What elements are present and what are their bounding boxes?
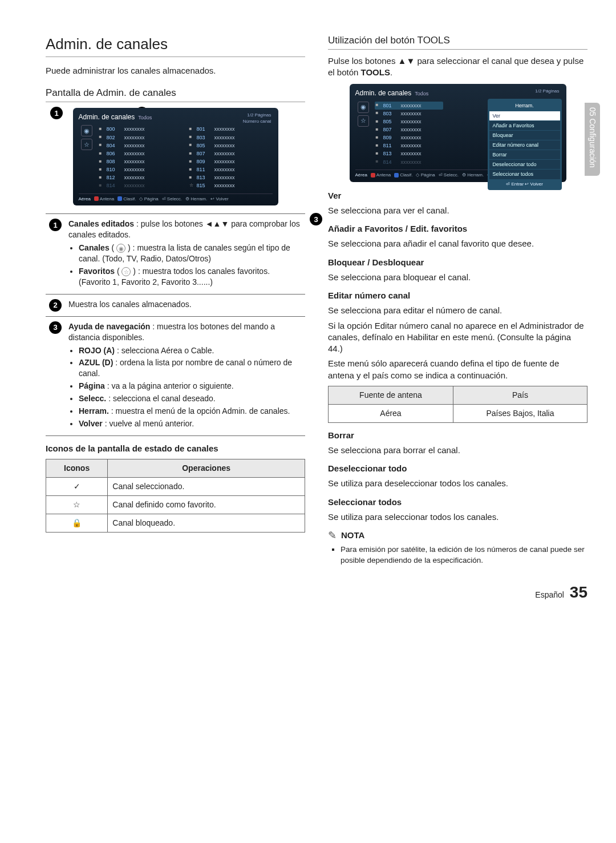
desc3-li6-text: : vuelve al menú anterior. xyxy=(103,419,194,428)
tools-panel-footer: ⏎ Entrar ↩ Volver xyxy=(488,180,562,188)
sec-bor-h: Borrar xyxy=(328,430,587,441)
tv2-title: Admin. de canales xyxy=(355,88,412,98)
channels-icon: ◉ xyxy=(81,125,92,136)
sec-edit-h: Editar número canal xyxy=(328,290,587,301)
icons-r1: Canal seleccionado. xyxy=(108,477,305,495)
tv1-meta2: Número canal xyxy=(243,119,271,125)
favorites-icon: ☆ xyxy=(81,139,92,150)
desc-badge-3: 3 xyxy=(49,321,62,334)
icons-table: Iconos Operaciones ✓Canal seleccionado. … xyxy=(46,459,305,533)
tools-panel: Herram. VerAñadir a FavoritosBloquearEdi… xyxy=(488,99,562,190)
channels-inline-icon: ◉ xyxy=(116,244,125,253)
tools-menu-item: Seleccionar todos xyxy=(489,170,560,179)
tv2-herram: Herram. xyxy=(467,172,484,178)
tv1-aerea: Aérea xyxy=(79,196,91,203)
tools-panel-title: Herram. xyxy=(488,101,562,110)
tools-menu-item: Añadir a Favoritos xyxy=(489,121,560,130)
tools-menu-item: Editar número canal xyxy=(489,140,560,150)
left-column: Admin. de canales Puede administrar los … xyxy=(46,34,305,568)
desc3-li4-title: Selecc. xyxy=(79,394,106,403)
desc3-li2-title: AZUL (D) xyxy=(79,358,113,367)
tv2-antena: Antena xyxy=(376,172,391,178)
sec-sel-h: Seleccionar todos xyxy=(328,497,587,508)
tools-menu-item: Ver xyxy=(489,111,560,120)
lock-icon: 🔒 xyxy=(46,514,108,532)
channel-row: ■801xxxxxxxx xyxy=(188,125,273,133)
desc3-li3-text: : va a la página anterior o siguiente. xyxy=(105,381,234,390)
desc3-title: Ayuda de navegación xyxy=(68,322,150,331)
callout-3: 3 xyxy=(310,213,322,225)
channel-row: ■800xxxxxxxx xyxy=(98,125,183,133)
tv1-pagina: Página xyxy=(144,196,159,201)
channel-row: ■814xxxxxxxx xyxy=(98,181,183,189)
channel-row: ■804xxxxxxxx xyxy=(98,142,183,150)
favorites-inline-icon: ☆ xyxy=(121,267,131,276)
note-icon: ✎ xyxy=(328,529,337,542)
desc-badge-2: 2 xyxy=(49,299,62,312)
icons-th1: Iconos xyxy=(46,459,108,478)
desc2-text: Muestra los canales almacenados. xyxy=(65,294,305,316)
tools-intro: Pulse los botones ▲▼ para seleccionar el… xyxy=(328,55,587,79)
tv-screenshot-2: Admin. de canales Todos 1/2 Páginas ◉ ☆ … xyxy=(350,84,566,181)
channel-row: ■807xxxxxxxx xyxy=(375,126,443,134)
favorites-icon: ☆ xyxy=(358,115,369,127)
page-title: Admin. de canales xyxy=(46,34,305,57)
desc1-li1-title: Canales xyxy=(79,243,110,252)
ctry-c2: Países Bajos, Italia xyxy=(453,404,587,422)
check-icon: ✓ xyxy=(46,477,108,495)
right-column: Utilización del botón TOOLS Pulse los bo… xyxy=(328,34,587,568)
ctry-h2: País xyxy=(453,386,587,404)
channel-row: ■813xxxxxxxx xyxy=(188,174,273,181)
desc1-title: Canales editados xyxy=(68,219,134,228)
channel-row: ■802xxxxxxxx xyxy=(98,134,183,142)
sec-fav-h: Añadir a Favoritos / Edit. favoritos xyxy=(328,223,587,235)
tv2-selecc: Selecc. xyxy=(444,172,459,178)
tv-screenshot-1: Admin. de canales Todos 1/2 Páginas Núme… xyxy=(73,108,278,205)
sec-bor-t: Se selecciona para borrar el canal. xyxy=(328,445,587,456)
tv1-subtitle: Todos xyxy=(138,114,152,121)
channel-row: ■805xxxxxxxx xyxy=(188,142,273,150)
subheading-tools: Utilización del botón TOOLS xyxy=(328,34,587,50)
channels-icon: ◉ xyxy=(358,102,369,113)
nota-item: Para emisión por satélite, la edición de… xyxy=(341,544,587,565)
footer-page: 35 xyxy=(570,583,587,601)
tools-menu-item: Borrar xyxy=(489,150,560,159)
desc1-li2-title: Favoritos xyxy=(79,267,115,276)
desc3-li4-text: : selecciona el canal deseado. xyxy=(106,394,215,403)
channel-row: ■811xxxxxxxx xyxy=(188,166,273,174)
tv2-aerea: Aérea xyxy=(355,172,367,179)
tv2-pagina: Página xyxy=(421,172,435,178)
channel-row: ■812xxxxxxxx xyxy=(98,174,183,181)
desc3-li5-title: Herram. xyxy=(79,406,109,416)
desc3-li6-title: Volver xyxy=(79,419,103,428)
icons-r2: Canal definido como favorito. xyxy=(108,495,305,514)
channel-row: ■806xxxxxxxx xyxy=(98,150,183,158)
subheading-pantalla: Pantalla de Admin. de canales xyxy=(46,87,305,102)
tv1-title: Admin. de canales xyxy=(79,112,135,122)
sec-fav-t: Se selecciona para añadir el canal favor… xyxy=(328,238,587,249)
nota-label: NOTA xyxy=(341,530,364,541)
tv2-meta1: 1/2 Páginas xyxy=(535,88,559,95)
sec-des-t: Se utiliza para deseleccionar todos los … xyxy=(328,478,587,489)
icons-th2: Operaciones xyxy=(108,459,305,478)
sec-ver-h: Ver xyxy=(328,190,587,201)
channel-row: ■805xxxxxxxx xyxy=(375,118,443,126)
section-tab: 05 Configuración xyxy=(585,103,600,176)
tv1-meta1: 1/2 Páginas xyxy=(243,112,271,119)
channel-row: ■809xxxxxxxx xyxy=(375,134,443,142)
channel-row: ■803xxxxxxxx xyxy=(188,134,273,142)
footer-lang: Español xyxy=(535,590,564,599)
callout-1: 1 xyxy=(50,107,63,119)
sec-ver-t: Se selecciona para ver el canal. xyxy=(328,205,587,216)
channel-row: ■807xxxxxxxx xyxy=(188,150,273,158)
tv1-antena: Antena xyxy=(100,196,114,201)
channel-row: ■801xxxxxxxx xyxy=(375,102,443,110)
tv2-clasif: Clasif. xyxy=(400,172,412,178)
callout-descriptions: 1 Canales editados : pulse los botones ◄… xyxy=(46,213,305,435)
channel-row: ■810xxxxxxxx xyxy=(98,166,183,174)
tv2-subtitle: Todos xyxy=(415,90,428,97)
channel-row: ■811xxxxxxxx xyxy=(375,142,443,150)
channel-row: ■813xxxxxxxx xyxy=(375,150,443,158)
sec-bloq-t: Se selecciona para bloquear el canal. xyxy=(328,272,587,283)
tv-callouts: 1 2 Admin. de canales Todos 1/2 Páginas … xyxy=(46,108,305,205)
